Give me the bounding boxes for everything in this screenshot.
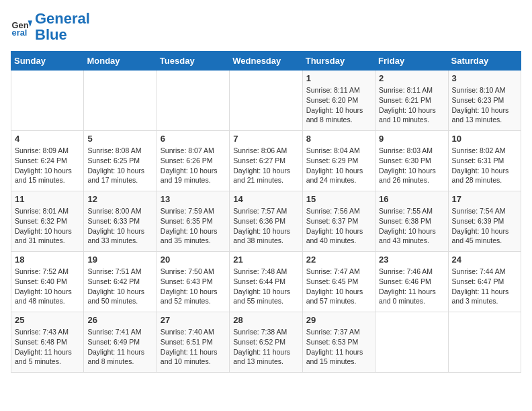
- calendar-cell: 4Sunrise: 8:09 AMSunset: 6:24 PMDaylight…: [11, 131, 84, 191]
- day-number: 27: [161, 315, 226, 325]
- calendar-cell: 15Sunrise: 7:56 AMSunset: 6:37 PMDayligh…: [302, 191, 375, 252]
- day-number: 13: [161, 194, 226, 204]
- day-number: 21: [233, 255, 298, 265]
- svg-marker-2: [28, 21, 32, 28]
- day-info: Sunrise: 7:50 AMSunset: 6:43 PMDaylight:…: [161, 267, 226, 306]
- logo-icon: Gen eral: [11, 16, 32, 38]
- calendar-cell: 28Sunrise: 7:38 AMSunset: 6:52 PMDayligh…: [230, 312, 302, 373]
- week-row-1: 1Sunrise: 8:11 AMSunset: 6:20 PMDaylight…: [11, 71, 521, 131]
- calendar-cell: [375, 312, 448, 373]
- calendar-cell: 14Sunrise: 7:57 AMSunset: 6:36 PMDayligh…: [230, 191, 302, 252]
- day-header-wednesday: Wednesday: [230, 52, 302, 71]
- calendar-cell: 29Sunrise: 7:37 AMSunset: 6:53 PMDayligh…: [302, 312, 375, 373]
- day-number: 28: [233, 315, 298, 325]
- calendar-header-row: SundayMondayTuesdayWednesdayThursdayFrid…: [11, 52, 521, 71]
- day-number: 11: [15, 194, 80, 204]
- day-number: 18: [15, 255, 80, 265]
- day-number: 4: [15, 134, 80, 144]
- day-number: 24: [452, 255, 517, 265]
- day-number: 16: [379, 194, 444, 204]
- calendar-cell: 27Sunrise: 7:40 AMSunset: 6:51 PMDayligh…: [157, 312, 229, 373]
- day-number: 10: [452, 134, 517, 144]
- day-number: 22: [306, 255, 371, 265]
- day-number: 19: [87, 255, 152, 265]
- day-number: 7: [233, 134, 298, 144]
- calendar-cell: 10Sunrise: 8:02 AMSunset: 6:31 PMDayligh…: [448, 131, 521, 191]
- calendar-cell: [448, 312, 521, 373]
- day-number: 2: [379, 73, 444, 83]
- calendar-cell: [230, 71, 302, 131]
- day-info: Sunrise: 7:51 AMSunset: 6:42 PMDaylight:…: [87, 267, 152, 306]
- day-info: Sunrise: 7:55 AMSunset: 6:38 PMDaylight:…: [379, 206, 444, 246]
- calendar-cell: 2Sunrise: 8:11 AMSunset: 6:21 PMDaylight…: [375, 71, 448, 131]
- day-header-sunday: Sunday: [11, 52, 84, 71]
- day-info: Sunrise: 8:11 AMSunset: 6:21 PMDaylight:…: [379, 85, 444, 125]
- day-header-saturday: Saturday: [448, 52, 521, 71]
- day-number: 9: [379, 134, 444, 144]
- calendar-cell: [11, 71, 84, 131]
- calendar-cell: 26Sunrise: 7:41 AMSunset: 6:49 PMDayligh…: [84, 312, 157, 373]
- day-info: Sunrise: 7:41 AMSunset: 6:49 PMDaylight:…: [87, 327, 152, 367]
- day-info: Sunrise: 7:46 AMSunset: 6:46 PMDaylight:…: [379, 267, 444, 306]
- day-info: Sunrise: 7:47 AMSunset: 6:45 PMDaylight:…: [306, 267, 371, 306]
- day-info: Sunrise: 7:38 AMSunset: 6:52 PMDaylight:…: [233, 327, 298, 367]
- calendar-cell: 19Sunrise: 7:51 AMSunset: 6:42 PMDayligh…: [84, 252, 157, 312]
- day-number: 6: [161, 134, 226, 144]
- calendar-cell: 13Sunrise: 7:59 AMSunset: 6:35 PMDayligh…: [157, 191, 229, 252]
- calendar-cell: 7Sunrise: 8:06 AMSunset: 6:27 PMDaylight…: [230, 131, 302, 191]
- calendar-cell: 1Sunrise: 8:11 AMSunset: 6:20 PMDaylight…: [302, 71, 375, 131]
- day-info: Sunrise: 8:00 AMSunset: 6:33 PMDaylight:…: [87, 206, 152, 246]
- calendar-cell: 11Sunrise: 8:01 AMSunset: 6:32 PMDayligh…: [11, 191, 84, 252]
- calendar-cell: 3Sunrise: 8:10 AMSunset: 6:23 PMDaylight…: [448, 71, 521, 131]
- day-number: 12: [87, 194, 152, 204]
- calendar-cell: 8Sunrise: 8:04 AMSunset: 6:29 PMDaylight…: [302, 131, 375, 191]
- day-info: Sunrise: 7:54 AMSunset: 6:39 PMDaylight:…: [452, 206, 517, 246]
- day-info: Sunrise: 7:59 AMSunset: 6:35 PMDaylight:…: [161, 206, 226, 246]
- week-row-2: 4Sunrise: 8:09 AMSunset: 6:24 PMDaylight…: [11, 131, 521, 191]
- day-info: Sunrise: 7:37 AMSunset: 6:53 PMDaylight:…: [306, 327, 371, 367]
- day-info: Sunrise: 7:40 AMSunset: 6:51 PMDaylight:…: [161, 327, 226, 367]
- calendar-cell: 23Sunrise: 7:46 AMSunset: 6:46 PMDayligh…: [375, 252, 448, 312]
- calendar-cell: [84, 71, 157, 131]
- day-info: Sunrise: 7:57 AMSunset: 6:36 PMDaylight:…: [233, 206, 298, 246]
- day-number: 5: [87, 134, 152, 144]
- calendar-cell: 24Sunrise: 7:44 AMSunset: 6:47 PMDayligh…: [448, 252, 521, 312]
- day-number: 8: [306, 134, 371, 144]
- day-number: 1: [306, 73, 371, 83]
- day-number: 14: [233, 194, 298, 204]
- calendar-cell: [157, 71, 229, 131]
- calendar-cell: 18Sunrise: 7:52 AMSunset: 6:40 PMDayligh…: [11, 252, 84, 312]
- day-info: Sunrise: 8:04 AMSunset: 6:29 PMDaylight:…: [306, 146, 371, 185]
- day-header-monday: Monday: [84, 52, 157, 71]
- day-info: Sunrise: 7:52 AMSunset: 6:40 PMDaylight:…: [15, 267, 80, 306]
- day-header-friday: Friday: [375, 52, 448, 71]
- day-info: Sunrise: 8:06 AMSunset: 6:27 PMDaylight:…: [233, 146, 298, 185]
- calendar-cell: 25Sunrise: 7:43 AMSunset: 6:48 PMDayligh…: [11, 312, 84, 373]
- calendar-cell: 12Sunrise: 8:00 AMSunset: 6:33 PMDayligh…: [84, 191, 157, 252]
- day-info: Sunrise: 7:43 AMSunset: 6:48 PMDaylight:…: [15, 327, 80, 367]
- day-number: 26: [87, 315, 152, 325]
- day-info: Sunrise: 7:48 AMSunset: 6:44 PMDaylight:…: [233, 267, 298, 306]
- logo-text: GeneralBlue: [35, 11, 90, 43]
- day-info: Sunrise: 8:08 AMSunset: 6:25 PMDaylight:…: [87, 146, 152, 185]
- calendar-table: SundayMondayTuesdayWednesdayThursdayFrid…: [11, 51, 521, 373]
- calendar-cell: 6Sunrise: 8:07 AMSunset: 6:26 PMDaylight…: [157, 131, 229, 191]
- day-number: 29: [306, 315, 371, 325]
- day-info: Sunrise: 8:09 AMSunset: 6:24 PMDaylight:…: [15, 146, 80, 185]
- day-number: 3: [452, 73, 517, 83]
- day-info: Sunrise: 8:07 AMSunset: 6:26 PMDaylight:…: [161, 146, 226, 185]
- calendar-cell: 16Sunrise: 7:55 AMSunset: 6:38 PMDayligh…: [375, 191, 448, 252]
- calendar-cell: 20Sunrise: 7:50 AMSunset: 6:43 PMDayligh…: [157, 252, 229, 312]
- calendar-cell: 22Sunrise: 7:47 AMSunset: 6:45 PMDayligh…: [302, 252, 375, 312]
- calendar-cell: 21Sunrise: 7:48 AMSunset: 6:44 PMDayligh…: [230, 252, 302, 312]
- day-header-tuesday: Tuesday: [157, 52, 229, 71]
- week-row-5: 25Sunrise: 7:43 AMSunset: 6:48 PMDayligh…: [11, 312, 521, 373]
- day-info: Sunrise: 8:10 AMSunset: 6:23 PMDaylight:…: [452, 85, 517, 125]
- calendar-cell: 17Sunrise: 7:54 AMSunset: 6:39 PMDayligh…: [448, 191, 521, 252]
- day-header-thursday: Thursday: [302, 52, 375, 71]
- week-row-4: 18Sunrise: 7:52 AMSunset: 6:40 PMDayligh…: [11, 252, 521, 312]
- day-info: Sunrise: 8:03 AMSunset: 6:30 PMDaylight:…: [379, 146, 444, 185]
- day-number: 17: [452, 194, 517, 204]
- day-info: Sunrise: 7:56 AMSunset: 6:37 PMDaylight:…: [306, 206, 371, 246]
- day-info: Sunrise: 8:01 AMSunset: 6:32 PMDaylight:…: [15, 206, 80, 246]
